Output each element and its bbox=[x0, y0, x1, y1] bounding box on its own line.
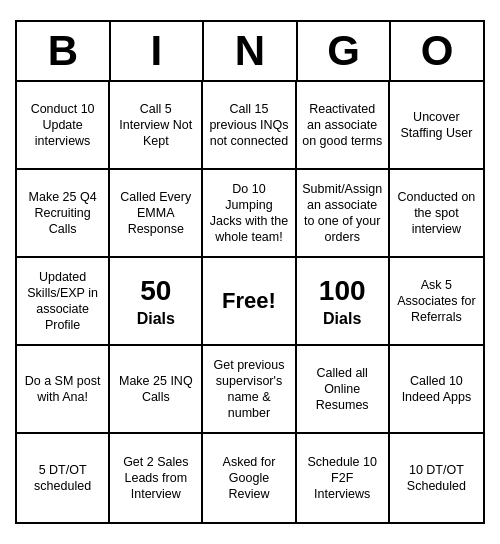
bingo-header-n: N bbox=[204, 22, 298, 80]
bingo-cell-14: Ask 5 Associates for Referrals bbox=[390, 258, 483, 346]
bingo-cell-8: Submit/Assign an associate to one of you… bbox=[297, 170, 390, 258]
bingo-cell-17: Get previous supervisor's name & number bbox=[203, 346, 296, 434]
bingo-cell-24: 10 DT/OT Scheduled bbox=[390, 434, 483, 522]
bingo-cell-12: Free! bbox=[203, 258, 296, 346]
cell-label-11: Dials bbox=[137, 309, 175, 330]
bingo-cell-2: Call 15 previous INQs not connected bbox=[203, 82, 296, 170]
bingo-cell-21: Get 2 Sales Leads from Interview bbox=[110, 434, 203, 522]
bingo-cell-9: Conducted on the spot interview bbox=[390, 170, 483, 258]
bingo-cell-16: Make 25 INQ Calls bbox=[110, 346, 203, 434]
bingo-header-g: G bbox=[298, 22, 392, 80]
bingo-card: BINGO Conduct 10 Update interviewsCall 5… bbox=[15, 20, 485, 524]
bingo-cell-22: Asked for Google Review bbox=[203, 434, 296, 522]
bingo-cell-13: 100Dials bbox=[297, 258, 390, 346]
bingo-header-b: B bbox=[17, 22, 111, 80]
bingo-header: BINGO bbox=[17, 22, 483, 82]
bingo-cell-4: Uncover Staffing User bbox=[390, 82, 483, 170]
cell-number-11: 50 bbox=[140, 273, 171, 309]
bingo-cell-5: Make 25 Q4 Recruiting Calls bbox=[17, 170, 110, 258]
bingo-cell-15: Do a SM post with Ana! bbox=[17, 346, 110, 434]
bingo-cell-10: Updated Skills/EXP in associate Profile bbox=[17, 258, 110, 346]
bingo-cell-20: 5 DT/OT scheduled bbox=[17, 434, 110, 522]
bingo-header-o: O bbox=[391, 22, 483, 80]
bingo-cell-6: Called Every EMMA Response bbox=[110, 170, 203, 258]
bingo-cell-19: Called 10 Indeed Apps bbox=[390, 346, 483, 434]
bingo-cell-1: Call 5 Interview Not Kept bbox=[110, 82, 203, 170]
bingo-grid: Conduct 10 Update interviewsCall 5 Inter… bbox=[17, 82, 483, 522]
bingo-cell-7: Do 10 Jumping Jacks with the whole team! bbox=[203, 170, 296, 258]
bingo-cell-3: Reactivated an associate on good terms bbox=[297, 82, 390, 170]
bingo-cell-18: Called all Online Resumes bbox=[297, 346, 390, 434]
bingo-cell-0: Conduct 10 Update interviews bbox=[17, 82, 110, 170]
bingo-cell-23: Schedule 10 F2F Interviews bbox=[297, 434, 390, 522]
bingo-header-i: I bbox=[111, 22, 205, 80]
cell-number-13: 100 bbox=[319, 273, 366, 309]
cell-label-13: Dials bbox=[323, 309, 361, 330]
bingo-cell-11: 50Dials bbox=[110, 258, 203, 346]
